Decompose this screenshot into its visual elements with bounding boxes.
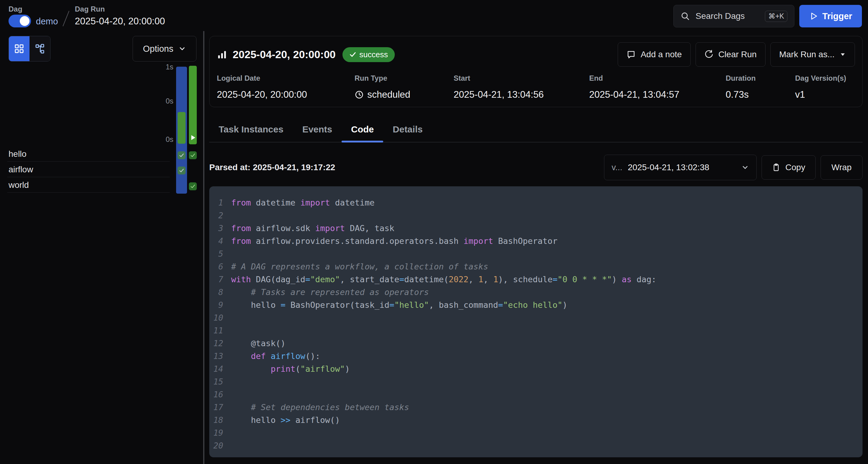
grid-view-button[interactable] [9,36,30,61]
line-number: 6 [209,262,231,271]
task-name-list: helloairflowworld [7,146,170,193]
run-duration-bar[interactable] [189,66,197,144]
mark-run-as-label: Mark Run as... [779,50,835,59]
trigger-button[interactable]: Trigger [799,5,862,27]
code-line-2: 2 [209,209,863,222]
line-number: 5 [209,249,231,259]
code-line-15: 15 [209,375,863,388]
view-mode-segmented-control [8,36,51,61]
meta-value: v1 [795,89,855,100]
code-toolbar: Parsed at: 2025-04-21, 19:17:22 v... 202… [209,155,863,180]
line-number: 18 [209,415,231,425]
search-icon [680,11,690,21]
code-text: @task() [231,339,286,348]
code-line-18: 18 hello >> airflow() [209,413,863,426]
copy-button[interactable]: Copy [762,155,816,180]
code-text: # A DAG represents a workflow, a collect… [231,262,488,271]
dag-pause-toggle[interactable] [8,14,31,27]
duration-axis-tick: 0s [149,135,173,144]
add-note-label: Add a note [641,50,682,59]
code-line-17: 17 # Set dependencies between tasks [209,401,863,413]
code-text: # Set dependencies between tasks [231,403,409,412]
meta-end: End2025-04-21, 13:04:57 [589,74,726,100]
code-line-5: 5 [209,247,863,260]
code-text: hello >> airflow() [231,415,340,425]
top-nav: Dag demo Dag Run 2025-04-20, 20:00:00 Se… [0,0,868,31]
meta-duration: Duration0.73s [726,74,795,100]
code-line-3: 3from airflow.sdk import DAG, task [209,222,863,234]
meta-value: 0.73s [726,89,795,100]
breadcrumb-dag-label: Dag [8,5,22,13]
code-line-11: 11 [209,324,863,337]
line-number: 13 [209,351,231,361]
code-line-1: 1from datetime import datetime [209,196,863,209]
manual-run-play-icon [191,135,195,140]
redo-icon [704,50,713,59]
chevron-down-icon [741,164,749,171]
code-text: with DAG(dag_id="demo", start_date=datet… [231,274,656,284]
code-line-14: 14 print("airflow") [209,362,863,375]
bar-chart-icon [217,49,227,60]
search-dags-button[interactable]: Search Dags ⌘+K [673,5,795,27]
clipboard-icon [772,163,780,172]
code-line-7: 7with DAG(dag_id="demo", start_date=date… [209,273,863,286]
code-line-10: 10 [209,311,863,324]
task-instance-airflow-success[interactable] [178,167,186,174]
line-number: 14 [209,364,231,374]
mark-run-as-button[interactable]: Mark Run as... [770,42,855,67]
task-row-airflow[interactable]: airflow [7,162,170,177]
line-number: 19 [209,428,231,437]
code-line-4: 4from airflow.providers.standard.operato… [209,234,863,247]
run-duration-bar-selected[interactable] [178,112,186,144]
code-line-19: 19 [209,426,863,439]
wrap-button[interactable]: Wrap [820,155,863,180]
task-row-hello[interactable]: hello [7,146,170,162]
code-line-9: 9 hello = BashOperator(task_id="hello", … [209,298,863,311]
caret-down-icon [839,51,846,58]
line-number: 20 [209,441,231,450]
code-line-6: 6# A DAG represents a workflow, a collec… [209,260,863,273]
meta-label: Duration [726,74,795,83]
task-instance-world-success[interactable] [189,182,197,190]
line-number: 7 [209,274,231,284]
add-note-button[interactable]: Add a note [618,42,690,67]
line-number: 16 [209,390,231,399]
graph-icon [35,44,45,54]
meta-value: 2025-04-21, 13:04:56 [454,89,589,100]
code-line-13: 13 def airflow(): [209,350,863,362]
task-row-world[interactable]: world [7,177,170,193]
version-prefix: v... [612,163,622,172]
options-label: Options [143,44,173,54]
meta-dag-version-s-: Dag Version(s)v1 [795,74,855,100]
task-instance-hello-success[interactable] [178,151,186,159]
meta-label: Logical Date [217,74,354,83]
meta-label: Dag Version(s) [795,74,855,83]
task-instance-hello-success[interactable] [189,151,197,159]
trigger-label: Trigger [823,11,852,21]
grid-icon [14,44,24,54]
graph-view-button[interactable] [30,36,50,61]
meta-label: End [589,74,726,83]
dag-code-viewer[interactable]: 1from datetime import datetime23from air… [209,186,863,457]
note-bubble-icon [626,50,636,59]
breadcrumb-separator [63,11,69,27]
line-number: 10 [209,313,231,322]
tab-code[interactable]: Code [342,117,383,142]
line-number: 2 [209,211,231,220]
tab-events[interactable]: Events [293,117,342,142]
breadcrumb-dag-link[interactable]: demo [36,17,58,27]
meta-start: Start2025-04-21, 13:04:56 [454,74,589,100]
options-dropdown-button[interactable]: Options [133,36,196,61]
tab-task-instances[interactable]: Task Instances [209,117,293,142]
copy-label: Copy [785,163,805,172]
line-number: 8 [209,287,231,297]
tab-details[interactable]: Details [383,117,432,142]
code-text: from datetime import datetime [231,198,374,207]
code-line-12: 12 @task() [209,337,863,350]
clear-run-button[interactable]: Clear Run [695,42,766,67]
check-icon [349,51,356,58]
breadcrumb-dagrun-label: Dag Run [75,5,105,13]
dag-version-select[interactable]: v... 2025-04-21, 13:02:38 [604,155,757,180]
meta-label: Run Type [354,74,454,83]
line-number: 11 [209,326,231,335]
